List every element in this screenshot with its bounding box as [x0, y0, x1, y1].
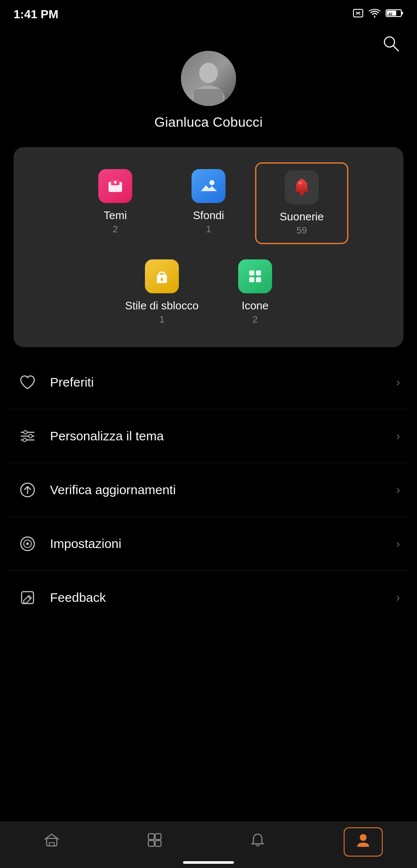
- image-icon: [146, 832, 163, 852]
- temi-icon: [98, 169, 132, 203]
- menu-item-preferiti-left: Preferiti: [17, 372, 94, 393]
- svg-text:42: 42: [388, 12, 392, 16]
- username: Gianluca Cobucci: [154, 114, 263, 130]
- stile-count: 1: [159, 314, 164, 325]
- svg-point-18: [298, 182, 302, 184]
- menu-item-personalizza-left: Personalizza il tema: [17, 426, 164, 447]
- menu-item-feedback[interactable]: Feedback ›: [8, 571, 409, 624]
- grid-item-temi[interactable]: Temi 2: [69, 162, 162, 244]
- temi-count: 2: [113, 224, 118, 235]
- menu-item-aggiornamenti-left: Verifica aggiornamenti: [17, 479, 176, 501]
- svg-point-34: [23, 438, 26, 442]
- svg-rect-13: [194, 89, 223, 106]
- menu-item-impostazioni[interactable]: Impostazioni ›: [8, 517, 409, 571]
- suonerie-count: 59: [297, 225, 307, 236]
- avatar[interactable]: [181, 51, 236, 106]
- preferiti-label: Preferiti: [50, 375, 94, 389]
- temi-label: Temi: [104, 209, 127, 222]
- svg-point-16: [114, 181, 117, 184]
- upload-circle-icon: [17, 479, 38, 501]
- target-icon: [17, 533, 38, 554]
- impostazioni-label: Impostazioni: [50, 537, 121, 551]
- sfondi-icon: [192, 169, 225, 203]
- search-button[interactable]: [381, 34, 400, 54]
- svg-rect-46: [155, 840, 161, 846]
- svg-point-33: [29, 434, 32, 438]
- aggiornamenti-chevron: ›: [396, 483, 400, 497]
- impostazioni-chevron: ›: [396, 537, 400, 551]
- icone-count: 2: [253, 314, 258, 325]
- nav-item-profile[interactable]: [344, 827, 383, 857]
- svg-rect-27: [249, 277, 254, 282]
- suonerie-label: Suonerie: [280, 210, 324, 223]
- preferiti-chevron: ›: [396, 376, 400, 389]
- svg-point-11: [199, 63, 218, 83]
- sliders-icon: [17, 426, 38, 447]
- menu-item-personalizza[interactable]: Personalizza il tema ›: [8, 409, 409, 463]
- svg-point-20: [300, 178, 303, 181]
- svg-rect-44: [155, 834, 161, 840]
- battery-icon: 42: [386, 8, 403, 20]
- svg-line-8: [393, 46, 398, 51]
- icone-icon: [238, 259, 272, 293]
- status-icons: 42: [353, 8, 403, 20]
- svg-rect-26: [256, 270, 261, 275]
- feedback-label: Feedback: [50, 590, 106, 605]
- svg-rect-25: [249, 270, 254, 275]
- sfondi-label: Sfondi: [193, 209, 224, 222]
- svg-rect-45: [148, 840, 154, 846]
- stile-label: Stile di sblocco: [125, 299, 198, 312]
- svg-rect-24: [161, 279, 163, 281]
- menu-item-feedback-left: Feedback: [17, 587, 106, 608]
- grid-item-icone[interactable]: Icone 2: [208, 253, 302, 332]
- sim-icon: [353, 8, 364, 20]
- svg-point-38: [26, 542, 29, 545]
- menu-list: Preferiti › Personalizza il tema: [0, 356, 417, 624]
- svg-rect-43: [148, 834, 154, 840]
- sfondi-count: 1: [206, 224, 211, 235]
- nav-item-gallery[interactable]: [138, 828, 172, 856]
- grid-row-1: Temi 2 Sfondi 1: [24, 162, 393, 244]
- svg-point-47: [360, 834, 367, 841]
- svg-point-32: [24, 431, 27, 434]
- bottom-indicator: [183, 861, 234, 864]
- svg-rect-4: [401, 12, 403, 14]
- grid-card: Temi 2 Sfondi 1: [14, 147, 403, 347]
- svg-point-19: [300, 191, 304, 195]
- person-nav-icon: [355, 832, 372, 852]
- personalizza-chevron: ›: [396, 429, 400, 443]
- status-bar: 1:41 PM: [0, 0, 417, 25]
- menu-item-aggiornamenti[interactable]: Verifica aggiornamenti ›: [8, 463, 409, 517]
- heart-icon: [17, 372, 38, 393]
- nav-item-bell[interactable]: [241, 828, 275, 856]
- stile-icon: [145, 259, 179, 293]
- personalizza-label: Personalizza il tema: [50, 429, 164, 443]
- aggiornamenti-label: Verifica aggiornamenti: [50, 483, 176, 497]
- edit-square-icon: [17, 587, 38, 608]
- grid-item-stile[interactable]: Stile di sblocco 1: [115, 253, 208, 332]
- svg-point-17: [209, 180, 214, 185]
- profile-section: Gianluca Cobucci: [0, 25, 417, 147]
- status-time: 1:41 PM: [14, 8, 58, 21]
- svg-rect-28: [256, 277, 261, 282]
- menu-item-impostazioni-left: Impostazioni: [17, 533, 121, 554]
- nav-item-home[interactable]: [35, 828, 69, 856]
- pin-icon: [43, 832, 60, 852]
- grid-row-2: Stile di sblocco 1 Icone 2: [24, 253, 393, 332]
- wifi-icon: [369, 8, 381, 20]
- svg-rect-22: [159, 272, 165, 276]
- grid-item-sfondi[interactable]: Sfondi 1: [162, 162, 255, 244]
- icone-label: Icone: [242, 299, 269, 312]
- grid-item-suonerie[interactable]: Suonerie 59: [255, 162, 348, 244]
- feedback-chevron: ›: [396, 591, 400, 604]
- bell-nav-icon: [249, 832, 266, 852]
- menu-item-preferiti[interactable]: Preferiti ›: [8, 356, 409, 409]
- suonerie-icon: [285, 170, 319, 204]
